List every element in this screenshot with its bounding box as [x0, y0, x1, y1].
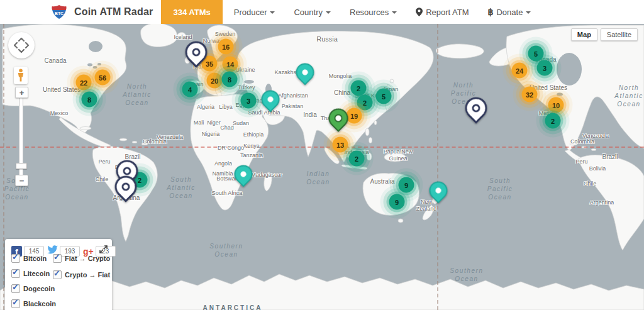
btc-shield-logo[interactable]: BTC [50, 4, 68, 19]
filter-litecoin: Litecoin [11, 269, 50, 278]
atm-cluster-marker[interactable]: 8 [82, 92, 97, 108]
atm-cluster-marker[interactable]: 8 [222, 72, 238, 87]
map-type-map[interactable]: Map [571, 28, 597, 41]
chevron-down-icon [392, 11, 397, 14]
nav-item-label: Resources [350, 8, 389, 17]
date-line [3, 24, 4, 310]
pin-hole [120, 181, 131, 192]
atm-cluster-marker[interactable]: 19 [347, 108, 362, 124]
checkbox-dogecoin[interactable] [11, 284, 20, 293]
atm-cluster-marker[interactable]: 10 [548, 97, 564, 113]
atm-cluster-marker[interactable]: 16 [218, 39, 234, 55]
header: BTC Coin ATM Radar 334 ATMs ProducerCoun… [0, 0, 644, 24]
equator-line [0, 147, 644, 148]
atm-cluster-marker[interactable]: 20 [207, 73, 223, 89]
atm-cluster-marker[interactable]: 14 [223, 57, 238, 72]
site-title[interactable]: Coin ATM Radar [74, 6, 153, 18]
atm-cluster-marker[interactable]: 2 [349, 151, 365, 167]
filter-label: Bitcoin [23, 255, 47, 262]
atm-cluster-marker[interactable]: 22 [76, 75, 92, 91]
btc-shield-icon: BTC [50, 4, 68, 19]
location-pin-icon [416, 8, 423, 16]
atm-cluster-marker[interactable]: 5 [376, 89, 392, 104]
pin-hole [240, 170, 248, 179]
filters-share-panel: f145193g+23 BitcoinLitecoinDogecoinBlack… [5, 239, 112, 310]
chevron-down-icon [526, 11, 531, 14]
pin-hole [301, 69, 309, 77]
checkbox-crypto-fiat[interactable] [53, 270, 62, 279]
zoom-in-button[interactable]: + [15, 87, 28, 98]
atm-cluster-marker[interactable]: 2 [545, 113, 561, 129]
nav-item-label: Country [294, 8, 323, 17]
atm-cluster-marker[interactable]: 9 [399, 177, 414, 193]
main-nav: ProducerCountryResourcesReport ATM฿Donat… [234, 7, 531, 17]
pan-arrows-icon [8, 32, 35, 58]
atm-cluster-marker[interactable]: 5 [528, 46, 544, 62]
map-canvas[interactable]: North Atlantic OceanNorth Pacific OceanS… [0, 24, 644, 310]
atm-cluster-marker[interactable]: 9 [389, 194, 405, 210]
pin-hole [333, 113, 344, 124]
atm-cluster-marker[interactable]: 13 [333, 137, 348, 153]
filter-dogecoin: Dogecoin [11, 284, 55, 293]
pegman-icon [17, 69, 25, 82]
checkbox-fiat-crypto[interactable] [53, 254, 62, 263]
atm-cluster-marker[interactable]: 24 [512, 63, 528, 79]
atm-cluster-marker[interactable]: 56 [95, 70, 111, 86]
atm-cluster-marker[interactable]: 2 [357, 95, 373, 111]
filter-bitcoin: Bitcoin [11, 254, 47, 263]
atm-cluster-marker[interactable]: 2 [351, 80, 367, 96]
atm-cluster-marker[interactable]: 3 [537, 60, 553, 76]
pin-hole [435, 187, 443, 195]
chevron-down-icon [326, 11, 331, 14]
checkbox-bitcoin[interactable] [11, 254, 20, 263]
atm-cluster-marker[interactable]: 3 [241, 93, 257, 109]
nav-item-label: Donate [496, 8, 523, 17]
svg-text:BTC: BTC [55, 11, 64, 16]
nav-item-report-atm[interactable]: Report ATM [416, 8, 469, 17]
date-line [437, 24, 438, 310]
atm-cluster-marker[interactable]: 32 [522, 87, 538, 102]
atm-count-button[interactable]: 334 ATMs [161, 0, 222, 24]
map-type-switcher: MapSatellite [571, 28, 638, 41]
chevron-down-icon [270, 11, 275, 14]
nav-item-resources[interactable]: Resources [350, 8, 397, 17]
pan-control[interactable] [8, 32, 35, 58]
filter-blackcoin: Blackcoin [11, 299, 56, 308]
filter-label: Crypto → Fiat [65, 271, 110, 279]
nav-item-donate[interactable]: ฿Donate [488, 7, 531, 17]
nav-item-label: Producer [234, 8, 267, 17]
diagonal-resize-icon [99, 245, 108, 253]
filter-label: Blackcoin [23, 300, 56, 307]
bitcoin-icon: ฿ [488, 7, 494, 17]
pin-hole [191, 47, 202, 58]
atm-cluster-marker[interactable]: 4 [182, 82, 198, 97]
checkbox-litecoin[interactable] [11, 269, 20, 278]
map-type-satellite[interactable]: Satellite [601, 28, 638, 41]
zoom-slider-handle[interactable] [16, 163, 27, 169]
street-view-pegman[interactable] [14, 67, 28, 84]
checkbox-blackcoin[interactable] [11, 299, 20, 308]
nav-item-country[interactable]: Country [294, 8, 331, 17]
pin-hole [267, 96, 275, 104]
zoom-out-button[interactable]: − [15, 175, 28, 186]
nav-item-label: Report ATM [426, 8, 469, 17]
pin-hole [470, 102, 482, 114]
coin-atm-radar-app: BTC Coin ATM Radar 334 ATMs ProducerCoun… [0, 0, 644, 310]
nav-item-producer[interactable]: Producer [234, 8, 275, 17]
filter-label: Litecoin [23, 270, 50, 277]
filter-label: Dogecoin [23, 285, 55, 292]
filter-crypto-fiat: Crypto → Fiat [53, 270, 110, 279]
filter-label: Fiat → Crypto [65, 255, 110, 262]
filter-fiat-crypto: Fiat → Crypto [53, 254, 110, 263]
